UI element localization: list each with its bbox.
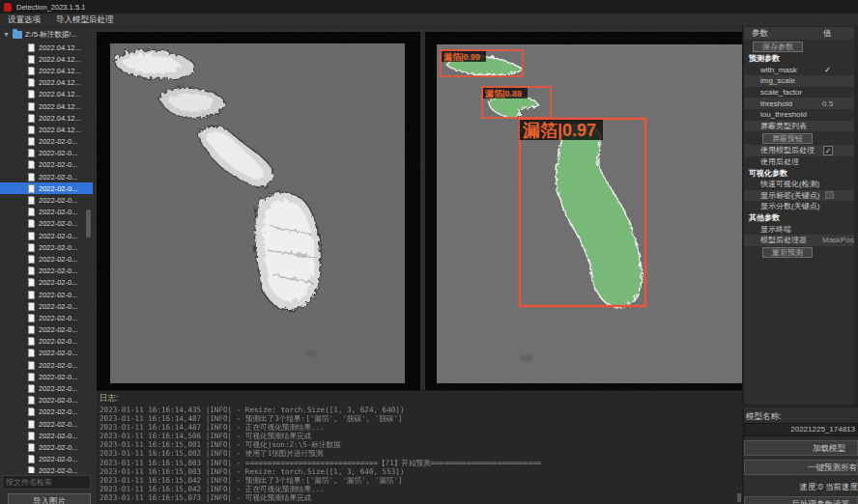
file-icon [28,278,35,287]
tree-item-file[interactable]: 2022.04.12... [0,77,93,89]
tree-item-label: 2022-02-0... [39,208,77,216]
tree-item-label: 2022-02-0... [39,173,77,182]
log-area[interactable]: 日志: 2023-01-11 16:16:14,435 |INFO| - Res… [97,390,742,504]
tree-item-label: 2022-02-0... [39,302,77,311]
param-label: 显示终端 [760,224,791,235]
param-row-show-terminal: 显示终端 [744,223,858,235]
file-tree: ▼ Z:/5-标注数据/... 2022.04.12... 2022.04.12… [0,27,93,473]
tree-item-file[interactable]: 2022-02-0... [0,441,93,453]
tree-item-file[interactable]: 2022.04.12... [0,124,93,135]
log-line: 2023-01-11 16:16:15,003 |INFO| - Resize:… [97,467,742,476]
tree-root-label: Z:/5-标注数据/... [25,30,77,40]
param-label: img_scale [760,76,795,85]
tree-item-file[interactable]: 2022-02-0... [0,348,93,359]
use-model-post-checkbox[interactable]: ✓ [823,146,833,155]
threshold-value[interactable]: 0.5 [822,99,833,108]
tree-item-file[interactable]: 2022-02-0... [0,454,93,465]
mask-button[interactable]: 屏蔽按钮 [762,133,813,144]
image-panel-prediction[interactable]: 漏箔|0.99 漏箔|0.89 漏箔|0.97 [425,32,742,396]
log-line: 2023-01-11 16:16:15,003 |INFO| - =======… [97,459,742,467]
tree-item-file[interactable]: 2022-02-0... [0,371,93,382]
param-row-img-scale: img_scale [744,75,858,87]
tree-item-file[interactable]: 2022.04.12... [0,42,93,53]
menu-import-postprocess[interactable]: 导入模型后处理 [56,14,114,26]
param-label: threshold [760,99,792,108]
param-row-model-postprocessor: 模型后处理器 MaskPostPro [744,235,858,246]
tree-item-file[interactable]: 2022-02-0... [0,171,93,182]
log-line: 2023-01-11 16:16:15,042 |INFO| - 预测出了3个结… [97,476,742,485]
log-line: 2023-01-11 16:16:15,042 |INFO| - 正在可视化预测… [97,485,742,493]
tree-item-file[interactable]: 2022.04.12... [0,100,93,112]
model-name-field[interactable]: 20221225_174813 [744,423,858,436]
save-params-button[interactable]: 保存参数 [753,42,803,52]
param-row-threshold: threshold 0.5 [744,98,858,109]
file-icon [28,173,35,182]
tree-item-file[interactable]: 2022.04.12... [0,112,93,124]
with-mask-checkmark[interactable]: ✓ [824,65,831,74]
tree-item-file[interactable]: 2022-02-0... [0,136,93,148]
image-panel-original[interactable] [97,32,420,396]
tree-item-file[interactable]: 2022.04.12... [0,53,93,65]
params-header: 参数 值 [744,27,858,40]
tree-item-file[interactable]: 2022-02-0... [0,465,93,473]
param-row-with-mask: with_mask ✓ [744,65,858,76]
tree-item-file[interactable]: 2022-02-0... [0,359,93,371]
menu-settings[interactable]: 设置选项 [8,14,41,26]
file-tree-list: 2022.04.12... 2022.04.12... 2022.04.12..… [0,42,93,473]
tree-item-file[interactable]: 2022-02-0... [0,406,93,418]
tree-item-file[interactable]: 2022-02-0... [0,230,93,241]
tree-item-file[interactable]: 2022-02-0... [0,277,93,289]
tree-item-file[interactable]: 2022-02-0... [0,336,93,348]
tree-item-file[interactable]: 2022-02-0... [0,324,93,336]
tree-item-file[interactable]: 2022-02-0... [0,159,93,171]
file-icon [28,325,35,334]
load-model-button[interactable]: 加载模型 [744,440,858,456]
expand-arrow-icon[interactable]: ▼ [3,31,10,38]
detection-label-2: 漏箔|0.89 [484,89,522,98]
file-icon [28,126,35,134]
tree-item-file[interactable]: 2022-02-0... [0,194,93,206]
filename-search-input[interactable] [2,475,91,490]
tree-item-label: 2022-02-0... [39,278,77,287]
predict-all-button[interactable]: 一键预测所有 [744,460,858,475]
model-postprocessor-value[interactable]: MaskPostPro [822,236,858,244]
tree-item-file[interactable]: 2022-02-0... [0,253,93,265]
tree-item-file[interactable]: 2022-02-0... [0,148,93,159]
tree-item-file[interactable]: 2022-02-0... [0,241,93,253]
log-title: 日志: [97,391,742,406]
file-icon [28,466,35,473]
tree-item-file[interactable]: 2022-02-0... [0,395,93,406]
file-icon [28,291,35,299]
tree-item-label: 2022.04.12... [39,126,81,134]
tree-item-file[interactable]: 2022-02-0... [0,382,93,394]
repredict-button[interactable]: 重新预测 [762,247,813,258]
tree-item-file[interactable]: 2022-02-0... [0,300,93,312]
post-params-button[interactable]: 后处理参数设置 [744,496,858,504]
tree-item-file[interactable]: 2022-02-0... [0,207,93,218]
tree-item-file[interactable]: 2022-02-0... [0,182,93,194]
tree-item-label: 2022.04.12... [39,43,81,52]
tree-item-file[interactable]: 2022-02-0... [0,312,93,323]
tree-item-file[interactable]: 2022.04.12... [0,65,93,76]
param-row-use-model-post: 使用模型后处理 ✓ [744,145,858,156]
param-row-show-label: 显示标签(关键点) [744,190,858,202]
log-line: 2023-01-11 16:16:14,435 |INFO| - Resize:… [97,406,742,414]
log-line: 2023-01-11 16:16:15,073 |INFO| - 可视化预测结果… [97,493,742,502]
tree-item-file[interactable]: 2022-02-0... [0,266,93,277]
tree-item-file[interactable]: 2022-02-0... [0,289,93,300]
tree-item-label: 2022-02-0... [39,137,77,146]
tree-item-file[interactable]: 2022-02-0... [0,418,93,430]
tree-item-label: 2022-02-0... [39,149,77,157]
tree-item-file[interactable]: 2022-02-0... [0,218,93,230]
import-images-button[interactable]: 导入图片 [8,493,91,504]
tree-item-label: 2022-02-0... [39,361,77,370]
tree-root-folder[interactable]: ▼ Z:/5-标注数据/... [0,27,93,42]
tree-item-label: 2022-02-0... [39,255,77,264]
section-other-params: 其他参数 [744,212,858,224]
tree-scrollbar[interactable] [86,210,91,238]
tree-item-file[interactable]: 2022.04.12... [0,89,93,100]
params-scrollbar-track[interactable] [854,27,858,405]
tree-item-file[interactable]: 2022-02-0... [0,430,93,441]
show-label-checkbox[interactable] [825,191,834,199]
log-scrollbar[interactable] [737,493,741,502]
